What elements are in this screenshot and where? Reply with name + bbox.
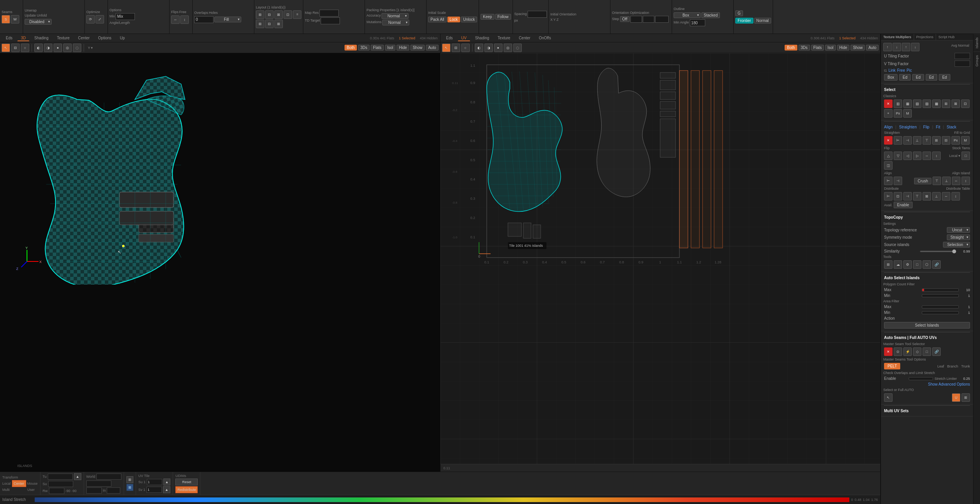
uv-border-select-btn[interactable]: ⊟: [452, 44, 460, 52]
topology-ref-dropdown[interactable]: Uncut: [947, 227, 970, 233]
enable-stretch-slider[interactable]: [909, 377, 933, 380]
show-advanced-link[interactable]: Show Advanced Options: [928, 382, 970, 386]
step-90-input[interactable]: 90: [643, 16, 654, 23]
flip-icon-2[interactable]: ▽: [894, 152, 902, 160]
max-area-slider[interactable]: [922, 305, 959, 308]
topo-tool-6[interactable]: 🔗: [932, 260, 941, 269]
optimize-btn1[interactable]: ⟳: [86, 15, 95, 24]
center-btn-tf[interactable]: Center: [12, 480, 26, 487]
select-icon-12[interactable]: M: [903, 109, 912, 118]
similarity-slider[interactable]: [920, 251, 955, 252]
map-res-input[interactable]: 4096: [319, 10, 339, 17]
flip-v-btn[interactable]: ↕: [180, 15, 189, 24]
td-target-input[interactable]: 40.041: [321, 17, 340, 24]
dist-icon-7[interactable]: ↔: [942, 192, 950, 201]
g-btn[interactable]: G: [735, 10, 743, 16]
hide-btn-uv[interactable]: Hide: [837, 45, 850, 51]
tm-tab-4[interactable]: ↓: [911, 43, 919, 51]
dist-icon-3[interactable]: ⊣: [903, 192, 912, 201]
show-btn-3d[interactable]: Show: [410, 45, 425, 51]
overlaps-input[interactable]: [194, 16, 213, 23]
side-islands-tab[interactable]: Islands: [973, 34, 980, 52]
str-icon-3[interactable]: ⊥: [913, 136, 921, 145]
dist-icon-6[interactable]: ⊥: [932, 192, 941, 201]
follow-btn[interactable]: Follow: [495, 14, 511, 20]
str-icon-5[interactable]: ⊞: [932, 136, 941, 145]
redistribute-btn[interactable]: Redistribute: [175, 486, 198, 493]
shading-btn1[interactable]: ◐: [34, 44, 43, 52]
layout-btn4[interactable]: ⊡: [284, 10, 292, 19]
dist-icon-8[interactable]: ↕: [951, 192, 960, 201]
3ds-btn[interactable]: 3Ds: [358, 45, 370, 51]
uv-lasso-btn[interactable]: ○: [461, 44, 470, 52]
free-link-label[interactable]: Free: [897, 68, 905, 72]
uv-tab[interactable]: UV: [458, 35, 470, 41]
topo-tool-5[interactable]: ⬡: [923, 260, 931, 269]
min-angle-input[interactable]: [690, 19, 705, 26]
layout-btn7[interactable]: ⊟: [265, 20, 274, 28]
uv-canvas[interactable]: 1.1 0.9 0.8 0.7 0.6 0.5 0.4 0.3 0.2 0.1 …: [440, 53, 881, 464]
stack-link[interactable]: Stack: [947, 125, 956, 129]
crush-icon-1[interactable]: ⊤: [933, 177, 941, 185]
fill-dropdown[interactable]: Fill: [214, 17, 241, 22]
texture-tab-3d[interactable]: Texture: [54, 35, 73, 41]
border-select-btn[interactable]: ⊟: [11, 44, 20, 52]
uv-shading-btn3[interactable]: ●: [494, 44, 503, 52]
up-tab-3d[interactable]: Up: [116, 35, 128, 41]
tu-input[interactable]: 0.215327: [48, 474, 73, 480]
dist-icon-1[interactable]: ⊢: [884, 192, 893, 201]
normal-bottom-btn[interactable]: Normal: [754, 18, 771, 24]
select-icon-2[interactable]: ▥: [894, 99, 902, 108]
lock-btn[interactable]: Lock: [447, 17, 460, 22]
layout-btn1[interactable]: ⊞: [256, 10, 264, 19]
layout-btn5[interactable]: ⌗: [293, 10, 301, 19]
align-icon-2[interactable]: ⊣: [894, 177, 902, 185]
optimize-btn2[interactable]: ⤢: [96, 15, 104, 24]
3d-tab[interactable]: 3D: [17, 35, 29, 41]
flip-icon-8[interactable]: ◫: [884, 161, 893, 170]
shading-btn3[interactable]: ●: [54, 44, 62, 52]
projections-tab[interactable]: Projections: [914, 34, 936, 40]
weld-tool-btn[interactable]: W: [11, 15, 19, 24]
rw-input[interactable]: 0: [49, 488, 64, 494]
layout-btn8[interactable]: ⊠: [274, 20, 283, 28]
layout-btn3[interactable]: ⊠: [274, 10, 283, 19]
seam-icon-2[interactable]: ⊙: [894, 347, 902, 356]
in-input[interactable]: 45: [107, 487, 120, 494]
auto-btn-uv[interactable]: Auto: [866, 45, 879, 51]
seam-icon-5[interactable]: □: [923, 347, 931, 356]
uv-shading-btn2[interactable]: ◑: [484, 44, 493, 52]
hide-btn-3d[interactable]: Hide: [397, 45, 409, 51]
align-icon-1[interactable]: ⊢: [884, 177, 893, 185]
both-btn-uv[interactable]: Both: [785, 45, 797, 51]
str-x-btn[interactable]: ✕: [884, 136, 893, 145]
options-tab-3d[interactable]: Options: [95, 35, 115, 41]
pic-label[interactable]: Pic: [906, 68, 912, 72]
topo-tool-3[interactable]: ⚙: [903, 260, 912, 269]
mutations-dropdown[interactable]: Normal: [382, 20, 409, 25]
su-input[interactable]: 0.422242: [48, 481, 73, 487]
select-icon-4[interactable]: ▧: [913, 99, 921, 108]
crush-icon-4[interactable]: ↕: [962, 177, 970, 185]
uv-shading-btn5[interactable]: ◌: [513, 44, 522, 52]
layout-btn2[interactable]: ⊟: [265, 10, 274, 19]
step-180-input[interactable]: 180: [655, 16, 669, 23]
str-icon-6[interactable]: ⊟: [942, 136, 950, 145]
stacked-btn[interactable]: Stacked: [701, 12, 720, 18]
flip-icon-5[interactable]: ↔: [923, 152, 931, 160]
center-tab-uv[interactable]: Center: [515, 35, 534, 41]
lasso-btn[interactable]: ○: [21, 44, 29, 52]
texture-tab-uv[interactable]: Texture: [494, 35, 514, 41]
auto-icon-grid[interactable]: ⊞: [962, 393, 970, 402]
seams-tool-btn[interactable]: S: [2, 15, 10, 24]
topo-tool-1[interactable]: ⊞: [884, 260, 893, 269]
u-tiling-input[interactable]: 1: [955, 53, 970, 59]
box-outline-btn[interactable]: Box: [674, 12, 701, 18]
v-tiling-input[interactable]: 1: [955, 61, 970, 67]
flip-link[interactable]: Flip: [923, 125, 930, 129]
flip-icon-3[interactable]: ◁: [903, 152, 912, 160]
select-icon-10[interactable]: +: [884, 109, 893, 118]
spacing-input[interactable]: 32: [528, 11, 547, 18]
seam-icon-3[interactable]: ⚡: [903, 347, 912, 356]
select-mode-btn[interactable]: ↖: [2, 44, 10, 52]
